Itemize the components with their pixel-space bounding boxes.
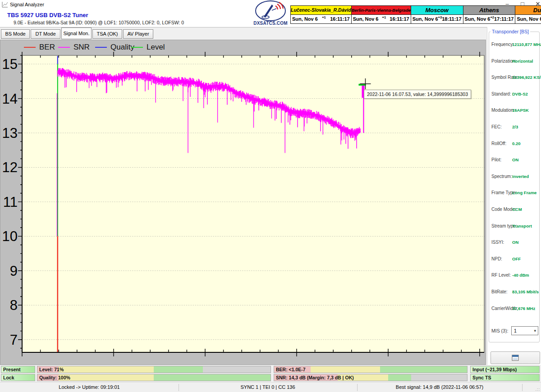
- clock-datetime: Sun, Nov 6+419:11:17: [515, 15, 541, 24]
- present-indicator: Present: [1, 366, 35, 373]
- input-indicator-text: Input (~21,39 Mbps): [472, 367, 517, 372]
- clock-utc-offset: +2: [490, 15, 494, 19]
- sync-ts-indicator: Sync TS: [470, 374, 540, 381]
- clock-datetime: Sun, Nov 6+217:11:17: [463, 15, 516, 24]
- y-axis-label: 14: [2, 91, 18, 107]
- signal-analyzer-window: Signal Analyzer – □ ✕ TBS 5927 USB DVB-S…: [0, 0, 541, 392]
- transponder-value-npd: OFF: [512, 256, 521, 261]
- dxsatcs-logo-text: DXSATCS.COM: [252, 21, 289, 26]
- legend-item-quality: Quality: [95, 43, 134, 51]
- transponder-value-code-mode: CCM: [512, 207, 522, 212]
- legend-line-icon: [131, 47, 143, 48]
- y-axis-label: 9: [10, 263, 18, 279]
- quality-meter: Quality: 100%: [37, 374, 271, 381]
- lock-indicator-text: Lock: [3, 375, 14, 380]
- dxsatcs-logo-icon: [254, 0, 287, 23]
- clock-time: 17:11:17: [494, 16, 513, 22]
- legend-line-icon: [95, 47, 107, 48]
- mis-label: MIS (3):: [491, 328, 508, 333]
- clock-panel: Lučenec-Slovakia_R.DávidSun, Nov 6+116:1…: [290, 5, 352, 24]
- input-indicator: Input (~21,39 Mbps): [470, 366, 540, 373]
- clock-datetime: Sun, Nov 6+116:11:17: [290, 15, 352, 24]
- transponder-value-pilot: ON: [512, 157, 518, 162]
- y-axis-label: 7: [10, 332, 18, 348]
- transponder-value-stream-type: Transport: [512, 223, 532, 228]
- transponder-value-carrierwidth: 37,676 MHz: [512, 306, 535, 311]
- legend-item-ber: BER: [24, 43, 55, 51]
- transponder-value-fec: 2/3: [512, 124, 518, 129]
- legend-line-icon: [58, 47, 70, 48]
- tab-bs-mode[interactable]: BS Mode: [1, 29, 30, 39]
- clock-utc-offset: +1: [382, 15, 386, 19]
- legend-label: SNR: [73, 43, 90, 52]
- transponder-label-standard: Standard:: [491, 91, 511, 96]
- transponder-label-bitrate: BitRate:: [491, 289, 508, 294]
- clock-date: Sun, Nov 6: [413, 16, 438, 22]
- chevron-down-icon: ▾: [534, 327, 536, 335]
- clock-city: Athens: [463, 5, 516, 15]
- transponder-value-modulation: 16APSK: [512, 108, 529, 113]
- clock-date: Sun, Nov 6: [465, 16, 491, 22]
- status-bar: Locked -> Uptime: 09:19:01 SYNC 1 | TEI …: [0, 382, 541, 392]
- y-axis-label: 11: [3, 194, 18, 210]
- sync-ts-indicator-text: Sync TS: [472, 375, 491, 380]
- tuner-subtitle: 9.0E - Eutelsat 9B/Ka-Sat 9A (ID: 0090) …: [14, 20, 184, 25]
- transponder-value-standard: DVB-S2: [512, 91, 528, 96]
- transponder-label-rolloff: RollOff:: [491, 141, 506, 146]
- snr-meter-text: SNR: 14,3 dB (Margin: 7,3 dB | OK): [276, 375, 354, 380]
- transponder-value-frequency: 12110,877 MHz: [512, 42, 541, 47]
- clock-city: Lučenec-Slovakia_R.Dávid: [290, 5, 352, 15]
- clock-city: Moscow: [411, 5, 463, 15]
- clock-utc-offset: +1: [322, 15, 326, 19]
- transponder-label-modulation: Modulation:: [491, 108, 515, 113]
- transponder-value-rolloff: 0.20: [512, 141, 521, 146]
- clock-panel: Berlin-Paris-Vienna-BelgradeSun, Nov 6+1…: [351, 5, 411, 24]
- transponder-label-rf-level: RF Level:: [491, 273, 511, 278]
- clock-time: 16:11:17: [330, 16, 349, 22]
- clock-datetime: Sun, Nov 6+116:11:17: [351, 15, 411, 24]
- clock-panel: DubaiSun, Nov 6+419:11:17: [515, 5, 541, 24]
- transponder-label-frequency: Frequency:: [491, 42, 514, 47]
- clock-panels: Lučenec-Slovakia_R.DávidSun, Nov 6+116:1…: [291, 5, 541, 24]
- top-strip: Signal Analyzer – □ ✕ TBS 5927 USB DVB-S…: [0, 0, 541, 27]
- app-icon: [2, 1, 8, 9]
- transponder-value-polarization: Horizontal: [512, 59, 533, 64]
- legend-item-level: Level: [131, 43, 165, 51]
- transponder-label-pilot: Pilot:: [491, 157, 501, 162]
- level-meter-text: Level: 71%: [39, 367, 64, 372]
- chart-region: BERSNRQualityLevel 151413121110987 2022-…: [0, 40, 486, 365]
- status-divider: [522, 384, 523, 391]
- ber-meter-text: BER: <1.0E-7: [276, 367, 306, 372]
- window-list-icon: [512, 355, 519, 361]
- clock-utc-offset: +3: [438, 15, 442, 19]
- clock-city: Dubai: [515, 5, 541, 15]
- clock-datetime: Sun, Nov 6+318:11:17: [411, 15, 463, 24]
- clock-date: Sun, Nov 6: [292, 16, 318, 22]
- clock-city: Berlin-Paris-Vienna-Belgrade: [351, 5, 411, 15]
- clock-time: 18:11:17: [442, 16, 461, 22]
- tab-av-player[interactable]: AV Player: [123, 29, 153, 39]
- tab-dt-mode[interactable]: DT Mode: [31, 29, 60, 39]
- resize-grip[interactable]: .::: [535, 387, 540, 392]
- ts-view-button[interactable]: [491, 351, 540, 364]
- transponder-value-rf-level: -40 dBm: [512, 273, 529, 278]
- legend-label: Level: [147, 43, 165, 52]
- tab-signal-mon[interactable]: Signal Mon.: [61, 27, 92, 39]
- lock-indicator: Lock: [1, 374, 35, 381]
- transponder-label-npd: NPD:: [491, 256, 502, 261]
- legend-label: Quality: [110, 43, 134, 52]
- y-axis-label: 8: [10, 297, 18, 313]
- signal-chart[interactable]: 151413121110987: [0, 40, 486, 365]
- snr-meter: SNR: 14,3 dB (Margin: 7,3 dB | OK): [274, 374, 468, 381]
- tab-tsa-ok[interactable]: TSA (OK): [92, 29, 122, 39]
- clock-date: Sun, Nov 6: [517, 16, 541, 22]
- legend-label: BER: [39, 43, 55, 52]
- transponder-value-bitrate: 83,105 Mbit/s: [512, 289, 539, 294]
- transponder-value-frame-type: Long Frame: [512, 190, 536, 195]
- status-uptime: Locked -> Uptime: 09:19:01: [0, 384, 179, 390]
- mis-dropdown[interactable]: 1 ▾: [511, 326, 538, 335]
- y-axis-label: 12: [2, 160, 18, 175]
- level-meter: Level: 71%: [37, 366, 271, 373]
- present-indicator-text: Present: [3, 367, 21, 372]
- quality-meter-text: Quality: 100%: [39, 375, 70, 380]
